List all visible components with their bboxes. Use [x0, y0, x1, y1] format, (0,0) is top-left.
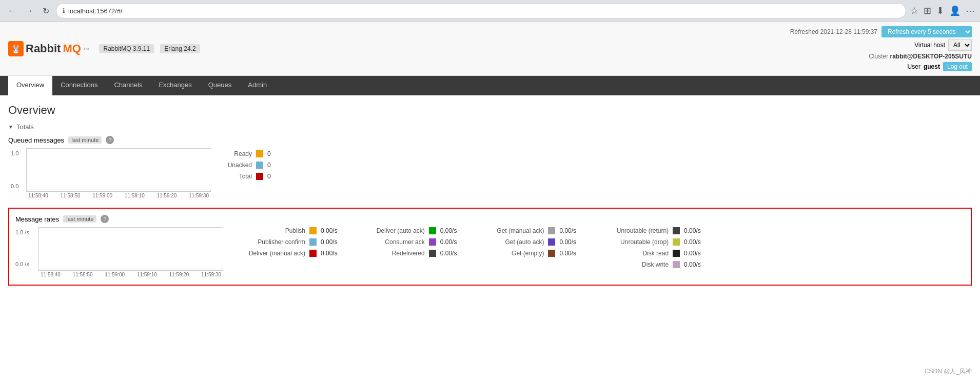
last-minute-badge[interactable]: last minute	[68, 136, 102, 144]
forward-button[interactable]: →	[23, 5, 36, 16]
rates-chart-y-bottom: 0.0 /s	[15, 261, 29, 267]
logo-rabbit: Rabbit	[26, 42, 61, 55]
disk-read-stat: Disk read 0.00/s	[602, 250, 701, 257]
rx-label-3: 11:59:00	[105, 272, 125, 277]
rates-column-1: Publish 0.00/s Publisher confirm 0.00/s …	[244, 227, 338, 268]
get-empty-value: 0.00/s	[559, 250, 576, 257]
nav-bar: Overview Connections Channels Exchanges …	[0, 76, 980, 95]
totals-arrow: ▼	[8, 124, 13, 130]
get-manual-ack-value: 0.00/s	[559, 227, 576, 234]
vhost-select[interactable]: All /	[948, 39, 972, 51]
collections-icon[interactable]: ⊞	[924, 5, 931, 16]
queued-legend: Ready 0 Unacked 0 Total 0	[221, 148, 271, 180]
get-empty-color	[548, 250, 555, 257]
total-value: 0	[267, 173, 271, 180]
x-label-4: 11:59:10	[125, 193, 145, 198]
deliver-auto-ack-value: 0.00/s	[440, 227, 457, 234]
more-icon[interactable]: ⋯	[966, 5, 975, 16]
redelivered-color	[429, 250, 436, 257]
erlang-version: Erlang 24.2	[160, 44, 200, 53]
consumer-ack-label: Consumer ack	[363, 238, 425, 246]
unacked-value: 0	[267, 162, 271, 169]
unroutable-drop-label: Unroutable (drop)	[602, 238, 669, 246]
deliver-auto-ack-color	[429, 227, 436, 234]
deliver-manual-ack-label: Deliver (manual ack)	[244, 250, 305, 257]
ready-color-box	[256, 150, 263, 157]
tab-admin[interactable]: Admin	[240, 76, 275, 95]
unroutable-return-stat: Unroutable (return) 0.00/s	[602, 227, 701, 234]
disk-write-color	[673, 261, 680, 268]
tab-channels[interactable]: Channels	[106, 76, 150, 95]
refresh-select[interactable]: Refresh every 5 seconds Refresh every 10…	[881, 26, 972, 37]
queued-chart-y-top: 1.0	[11, 150, 18, 156]
rates-last-minute-badge[interactable]: last minute	[63, 215, 96, 223]
tab-exchanges[interactable]: Exchanges	[150, 76, 200, 95]
tab-queues[interactable]: Queues	[200, 76, 240, 95]
disk-read-value: 0.00/s	[684, 250, 701, 257]
user-row: User guest Log out	[790, 62, 972, 71]
queued-help-icon[interactable]: ?	[106, 136, 114, 144]
get-manual-ack-stat: Get (manual ack) 0.00/s	[482, 227, 576, 234]
get-manual-ack-label: Get (manual ack)	[482, 227, 544, 234]
profile-icon[interactable]: 👤	[949, 5, 961, 16]
rabbitmq-version: RabbitMQ 3.9.11	[99, 44, 154, 53]
ready-legend-item: Ready 0	[221, 150, 271, 157]
publish-value: 0.00/s	[321, 227, 338, 234]
page-title: Overview	[8, 104, 972, 117]
get-empty-label: Get (empty)	[482, 250, 544, 257]
main-content: Overview ▼ Totals Queued messages last m…	[0, 95, 980, 302]
queued-messages-chart	[26, 148, 211, 192]
redelivered-label: Redelivered	[363, 250, 425, 257]
publish-color	[309, 227, 317, 234]
tab-connections[interactable]: Connections	[52, 76, 106, 95]
deliver-auto-ack-stat: Deliver (auto ack) 0.00/s	[363, 227, 457, 234]
queued-messages-chart-container: 1.0 0.0 11:58:40 11:58:50 11:59:00 11:59…	[8, 148, 972, 199]
total-color-box	[256, 173, 263, 180]
disk-read-label: Disk read	[602, 250, 669, 257]
star-icon[interactable]: ☆	[910, 5, 918, 16]
rates-column-4: Unroutable (return) 0.00/s Unroutable (d…	[602, 227, 701, 268]
download-icon[interactable]: ⬇	[936, 5, 944, 16]
get-manual-ack-color	[548, 227, 555, 234]
message-rates-text: Message rates	[15, 215, 59, 223]
refresh-button[interactable]: ↻	[40, 5, 52, 17]
logo-area: 🐰 Rabbit MQ TM RabbitMQ 3.9.11 Erlang 24…	[8, 41, 200, 56]
logout-button[interactable]: Log out	[943, 62, 972, 71]
rx-label-1: 11:58:40	[41, 272, 61, 277]
logo-icon: 🐰	[8, 41, 24, 56]
browser-toolbar: ← → ↻ ℹ ☆ ⊞ ⬇ 👤 ⋯	[0, 0, 980, 22]
publisher-confirm-color	[309, 238, 317, 246]
back-button[interactable]: ←	[5, 5, 18, 16]
x-label-6: 11:59:30	[189, 193, 209, 198]
disk-write-stat: Disk write 0.00/s	[602, 261, 701, 268]
message-rates-section: Message rates last minute ? 1.0 /s 0.0 /…	[8, 208, 972, 286]
top-bar: 🐰 Rabbit MQ TM RabbitMQ 3.9.11 Erlang 24…	[0, 22, 980, 76]
x-label-5: 11:59:20	[156, 193, 177, 198]
unacked-label: Unacked	[221, 162, 252, 169]
deliver-manual-ack-value: 0.00/s	[321, 250, 338, 257]
rates-column-3: Get (manual ack) 0.00/s Get (auto ack) 0…	[482, 227, 576, 268]
url-input[interactable]	[68, 7, 899, 15]
consumer-ack-color	[429, 238, 436, 246]
get-auto-ack-value: 0.00/s	[559, 238, 576, 246]
unroutable-return-label: Unroutable (return)	[602, 227, 669, 234]
consumer-ack-value: 0.00/s	[440, 238, 457, 246]
user-value: guest	[924, 63, 940, 70]
unroutable-return-value: 0.00/s	[684, 227, 701, 234]
rx-label-6: 11:59:30	[201, 272, 221, 277]
totals-label: Totals	[16, 123, 34, 131]
tab-overview[interactable]: Overview	[8, 76, 52, 95]
queued-chart-y-bottom: 0.0	[11, 183, 18, 189]
get-empty-stat: Get (empty) 0.00/s	[482, 250, 576, 257]
disk-write-value: 0.00/s	[684, 261, 701, 268]
logo-tm: TM	[83, 47, 89, 51]
deliver-manual-ack-color	[309, 250, 317, 257]
refreshed-text: Refreshed 2021-12-28 11:59:37	[790, 28, 877, 35]
publisher-confirm-value: 0.00/s	[321, 238, 338, 246]
disk-write-label: Disk write	[602, 261, 669, 268]
rx-label-4: 11:59:10	[137, 272, 157, 277]
x-label-3: 11:59:00	[92, 193, 112, 198]
queued-messages-label: Queued messages last minute ?	[8, 136, 972, 144]
rates-help-icon[interactable]: ?	[101, 215, 109, 223]
cluster-row: Cluster rabbit@DESKTOP-205SUTU	[790, 53, 972, 60]
